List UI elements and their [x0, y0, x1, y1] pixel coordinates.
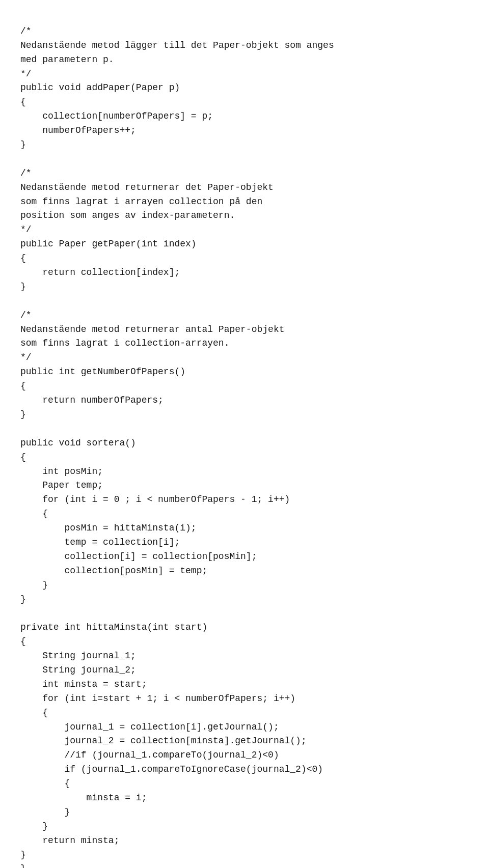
- code-line: {: [20, 451, 469, 465]
- code-line: collection[i] = collection[posMin];: [20, 550, 469, 564]
- code-line: Paper temp;: [20, 479, 469, 493]
- code-line: {: [20, 379, 469, 394]
- code-line: collection[posMin] = temp;: [20, 564, 469, 578]
- code-line: Nedanstående metod returnerar det Paper-…: [20, 181, 469, 195]
- code-line: {: [20, 95, 469, 109]
- code-line: }: [20, 848, 469, 862]
- code-line: {: [20, 507, 469, 521]
- code-line: return collection[index];: [20, 266, 469, 280]
- code-line: som finns lagrat i arrayen collection på…: [20, 195, 469, 209]
- code-line: return numberOfPapers;: [20, 394, 469, 408]
- code-line: {: [20, 635, 469, 649]
- code-line: }: [20, 578, 469, 593]
- code-line: [20, 294, 469, 309]
- code-line: {: [20, 251, 469, 266]
- code-line: }: [20, 820, 469, 834]
- code-line: public void addPaper(Paper p): [20, 81, 469, 95]
- code-line: private int hittaMinsta(int start): [20, 621, 469, 635]
- code-line: som finns lagrat i collection-arrayen.: [20, 337, 469, 351]
- code-line: int posMin;: [20, 465, 469, 479]
- code-line: journal_1 = collection[i].getJournal();: [20, 720, 469, 735]
- code-line: {: [20, 706, 469, 720]
- code-line: Nedanstående metod lägger till det Paper…: [20, 39, 469, 53]
- code-line: med parametern p.: [20, 53, 469, 67]
- code-line: {: [20, 777, 469, 791]
- code-line: minsta = i;: [20, 791, 469, 805]
- code-line: }: [20, 138, 469, 152]
- code-line: */: [20, 67, 469, 81]
- code-line: temp = collection[i];: [20, 536, 469, 550]
- code-line: posMin = hittaMinsta(i);: [20, 521, 469, 536]
- code-line: int minsta = start;: [20, 678, 469, 692]
- code-line: String journal_1;: [20, 649, 469, 663]
- code-line: numberOfPapers++;: [20, 124, 469, 138]
- code-line: for (int i=start + 1; i < numberOfPapers…: [20, 692, 469, 706]
- code-line: /*: [20, 309, 469, 323]
- code-line: }: [20, 593, 469, 607]
- code-line: [20, 606, 469, 621]
- code-line: [20, 422, 469, 436]
- code-line: Nedanstående metod returnerar antal Pape…: [20, 323, 469, 337]
- code-line: return minsta;: [20, 834, 469, 848]
- code-line: */: [20, 223, 469, 237]
- code-line: /*: [20, 24, 469, 39]
- code-line: collection[numberOfPapers] = p;: [20, 109, 469, 124]
- code-editor: /*Nedanstående metod lägger till det Pap…: [0, 0, 489, 868]
- code-line: String journal_2;: [20, 663, 469, 678]
- code-line: public void sortera(): [20, 436, 469, 451]
- code-line: }: [20, 408, 469, 422]
- code-line: for (int i = 0 ; i < numberOfPapers - 1;…: [20, 493, 469, 507]
- code-line: journal_2 = collection[minsta].getJourna…: [20, 734, 469, 748]
- code-line: position som anges av index-parametern.: [20, 209, 469, 223]
- code-line: //if (journal_1.compareTo(journal_2)<0): [20, 748, 469, 763]
- code-line: }: [20, 280, 469, 294]
- code-line: */: [20, 351, 469, 365]
- code-line: public int getNumberOfPapers(): [20, 365, 469, 379]
- code-line: [20, 152, 469, 166]
- code-line: /*: [20, 166, 469, 181]
- code-line: if (journal_1.compareToIgnoreCase(journa…: [20, 763, 469, 777]
- code-line: }: [20, 805, 469, 820]
- code-line: }: [20, 862, 469, 868]
- code-line: public Paper getPaper(int index): [20, 237, 469, 251]
